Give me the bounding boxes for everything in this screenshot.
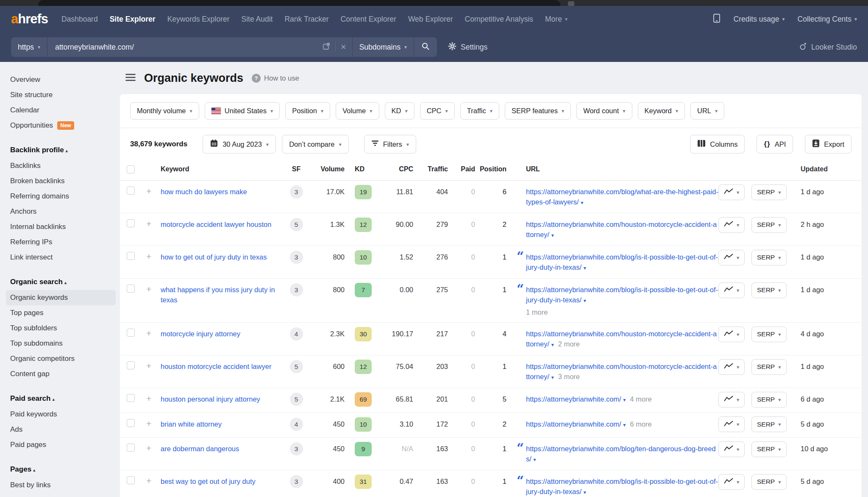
position-history-button[interactable]: ▾ (718, 184, 745, 200)
url-link[interactable]: https://attorneybrianwhite.com/houston-m… (526, 330, 717, 348)
sidebar-item-paid-keywords[interactable]: Paid keywords (6, 407, 116, 422)
filters-button[interactable]: Filters ▾ (364, 135, 416, 154)
keyword-link[interactable]: are doberman dangerous (161, 444, 239, 454)
add-keyword-icon[interactable]: + (146, 187, 161, 196)
header-updated[interactable]: Updated (794, 165, 862, 173)
keyword-link[interactable]: what happens if you miss jury duty in te… (161, 285, 278, 305)
sidebar-item-referring-ips[interactable]: Referring IPs (6, 235, 116, 250)
header-paid[interactable]: Paid (448, 165, 475, 173)
chevron-down-icon[interactable]: ▾ (533, 457, 536, 463)
position-history-button[interactable]: ▾ (718, 474, 745, 490)
chevron-down-icon[interactable]: ▾ (581, 200, 583, 206)
serp-button[interactable]: SERP▾ (751, 282, 787, 298)
serp-button[interactable]: SERP▾ (751, 359, 787, 375)
target-input[interactable]: attorneybrianwhite.com/ × (47, 37, 352, 57)
chevron-down-icon[interactable]: ▾ (623, 397, 626, 403)
clear-icon[interactable]: × (341, 42, 346, 52)
serp-button[interactable]: SERP▾ (751, 474, 787, 490)
add-keyword-icon[interactable]: + (146, 476, 161, 486)
sidebar-item-top-subfolders[interactable]: Top subfolders (6, 321, 116, 336)
sidebar-item-best-by-links[interactable]: Best by links (6, 477, 116, 493)
sidebar-item-calendar[interactable]: Calendar (6, 103, 116, 118)
row-checkbox[interactable] (127, 329, 135, 337)
keyword-link[interactable]: how to get out of jury duty in texas (161, 252, 267, 262)
sidebar-item-top-pages[interactable]: Top pages (6, 305, 116, 321)
header-traffic[interactable]: Traffic (413, 165, 448, 173)
search-button[interactable] (414, 37, 437, 57)
serp-button[interactable]: SERP▾ (751, 184, 787, 200)
nav-item-dashboard[interactable]: Dashboard (61, 15, 98, 24)
position-history-button[interactable]: ▾ (718, 441, 745, 457)
position-history-button[interactable]: ▾ (718, 282, 745, 298)
nav-item-rank-tracker[interactable]: Rank Tracker (284, 15, 328, 24)
chevron-down-icon[interactable]: ▾ (551, 232, 554, 238)
serp-features-count[interactable]: 3 (290, 442, 303, 455)
filter-traffic[interactable]: Traffic▾ (460, 102, 499, 120)
header-position[interactable]: Position (475, 165, 506, 173)
filter-monthly-volume[interactable]: Monthly volume▾ (130, 102, 199, 120)
settings-button[interactable]: Settings (448, 42, 487, 53)
sidebar-section-organic-search[interactable]: Organic search▴ (6, 274, 116, 290)
url-link[interactable]: https://attorneybrianwhite.com/blog/is-i… (526, 477, 718, 495)
how-to-use-link[interactable]: ? How to use (252, 74, 299, 83)
hamburger-menu-icon[interactable] (125, 73, 136, 83)
sidebar-item-anchors[interactable]: Anchors (6, 204, 116, 219)
add-keyword-icon[interactable]: + (146, 252, 161, 261)
nav-item-credits-usage[interactable]: Credits usage▾ (734, 15, 785, 24)
url-link[interactable]: https://attorneybrianwhite.com/blog/is-i… (526, 253, 718, 271)
header-kd[interactable]: KD (345, 165, 374, 173)
export-button[interactable]: Export (805, 135, 851, 154)
position-history-button[interactable]: ▾ (718, 327, 745, 342)
filter-cpc[interactable]: CPC▾ (420, 102, 455, 120)
serp-features-count[interactable]: 4 (290, 418, 303, 431)
filter-position[interactable]: Position▾ (285, 102, 330, 120)
select-all-checkbox[interactable] (127, 165, 135, 173)
sidebar-item-organic-competitors[interactable]: Organic competitors (6, 351, 116, 366)
serp-features-count[interactable]: 3 (290, 185, 303, 198)
keyword-link[interactable]: motorcycle accident lawyer houston (161, 219, 271, 229)
url-link[interactable]: https://attorneybrianwhite.com/blog/ten-… (526, 445, 716, 463)
row-checkbox[interactable] (127, 285, 135, 293)
position-history-button[interactable]: ▾ (718, 392, 745, 408)
nav-item-site-audit[interactable]: Site Audit (242, 15, 273, 24)
serp-button[interactable]: SERP▾ (751, 327, 787, 342)
keyword-link[interactable]: houston personal injury attorney (161, 394, 260, 404)
chevron-down-icon[interactable]: ▾ (584, 298, 586, 304)
filter-keyword[interactable]: Keyword▾ (638, 102, 685, 120)
sidebar-item-paid-pages[interactable]: Paid pages (6, 437, 116, 452)
sidebar-item-referring-domains[interactable]: Referring domains (6, 189, 116, 204)
row-checkbox[interactable] (127, 419, 135, 427)
serp-features-count[interactable]: 3 (290, 283, 303, 296)
filter-url[interactable]: URL▾ (690, 102, 724, 120)
keyword-link[interactable]: how much do lawyers make (161, 187, 247, 197)
sidebar-item-internal-backlinks[interactable]: Internal backlinks (6, 219, 116, 235)
protocol-dropdown[interactable]: https ▾ (11, 37, 47, 57)
open-link-icon[interactable] (323, 42, 330, 52)
nav-item-more[interactable]: More▾ (545, 15, 568, 24)
add-keyword-icon[interactable]: + (146, 419, 161, 428)
sidebar-item-backlinks[interactable]: Backlinks (6, 158, 116, 173)
serp-features-count[interactable]: 5 (290, 360, 303, 373)
add-keyword-icon[interactable]: + (146, 361, 161, 371)
sidebar-item-top-subdomains[interactable]: Top subdomains (6, 336, 116, 351)
serp-features-count[interactable]: 4 (290, 327, 303, 341)
api-button[interactable]: {} API (757, 135, 793, 154)
header-volume[interactable]: Volume (308, 165, 345, 173)
serp-button[interactable]: SERP▾ (751, 217, 787, 233)
row-checkbox[interactable] (127, 444, 135, 452)
position-history-button[interactable]: ▾ (718, 416, 745, 432)
chevron-down-icon[interactable]: ▾ (623, 422, 626, 428)
keyword-link[interactable]: best way to get out of jury duty (161, 476, 256, 486)
sidebar-section-backlink-profile[interactable]: Backlink profile▴ (6, 142, 116, 158)
date-picker-button[interactable]: 30 Aug 2023 ▾ (203, 135, 276, 154)
sidebar-item-broken-backlinks[interactable]: Broken backlinks (6, 173, 116, 189)
row-checkbox[interactable] (127, 219, 135, 227)
sidebar-item-site-structure[interactable]: Site structure (6, 87, 116, 103)
filter-united-states[interactable]: United States▾ (205, 102, 280, 120)
sidebar-item-overview[interactable]: Overview (6, 72, 116, 87)
serp-button[interactable]: SERP▾ (751, 392, 787, 408)
serp-features-count[interactable]: 3 (290, 475, 303, 488)
filter-volume[interactable]: Volume▾ (336, 102, 379, 120)
sidebar-section-paid-search[interactable]: Paid search▴ (6, 391, 116, 407)
row-checkbox[interactable] (127, 476, 135, 484)
